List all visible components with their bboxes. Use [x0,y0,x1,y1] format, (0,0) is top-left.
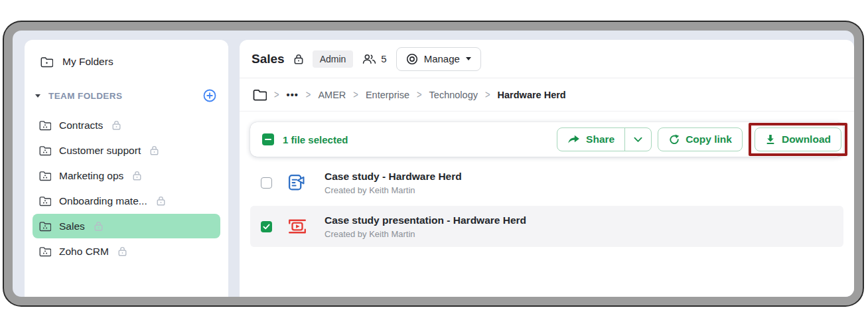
share-label: Share [586,133,615,145]
main-panel: Sales Admin 5 Manage [240,40,854,297]
copy-link-button[interactable]: Copy link [658,127,743,151]
file-row-case-study-presentation[interactable]: Case study presentation - Hardware Herd … [250,206,843,247]
folder-label: Marketing ops [59,170,123,182]
file-row-case-study[interactable]: Case study - Hardware Herd Created by Ke… [250,162,843,203]
breadcrumb-separator: > [485,88,490,101]
download-icon [765,134,776,145]
folder-header: Sales Admin 5 Manage [240,40,854,78]
share-button[interactable]: Share [557,128,624,151]
file-list: Case study - Hardware Herd Created by Ke… [240,157,854,250]
folder-label: Customer support [59,145,141,157]
lock-icon [150,145,159,155]
sidebar-item-marketing-ops[interactable]: Marketing ops [33,163,220,188]
file-checkbox[interactable] [261,221,272,232]
manage-button[interactable]: Manage [396,47,481,71]
share-icon [567,134,580,145]
my-folders-icon [40,56,53,68]
app-window: My Folders TEAM FOLDERS Contracts Custom… [4,22,863,305]
team-folder-icon [39,145,51,156]
team-folder-icon [39,120,51,131]
sidebar-item-customer-support[interactable]: Customer support [33,138,220,163]
team-folder-icon [39,246,51,257]
breadcrumb-separator: > [306,88,311,101]
lock-icon [157,196,165,206]
sidebar-item-contracts[interactable]: Contracts [33,113,220,137]
copy-link-label: Copy link [686,133,732,145]
folder-label: Contracts [59,120,103,131]
members-icon [362,54,376,64]
folder-label: Zoho CRM [59,246,109,258]
manage-target-icon [406,53,418,65]
share-split-button: Share [557,127,652,151]
collapse-arrow-icon[interactable] [35,94,40,98]
breadcrumb-item-amer[interactable]: AMER [318,90,346,100]
selection-status: 1 file selected [262,133,557,145]
folder-icon[interactable] [253,89,267,101]
show-presentation-icon [287,218,325,235]
sidebar: My Folders TEAM FOLDERS Contracts Custom… [25,40,228,297]
breadcrumb-item-technology[interactable]: Technology [429,90,478,100]
folder-label: Onboarding mate... [59,195,147,207]
manage-label: Manage [424,53,460,64]
breadcrumb-separator: > [417,88,422,101]
download-button[interactable]: Download [755,127,841,151]
my-folders-label: My Folders [62,56,113,68]
file-title: Case study presentation - Hardware Herd [325,214,526,226]
annotation-highlight-box: Download [749,123,847,156]
check-icon [263,224,270,230]
team-folders-label: TEAM FOLDERS [48,91,195,101]
lock-icon [94,221,103,231]
selection-toolbar-zone: 1 file selected Share [240,112,854,157]
team-folder-icon [39,221,51,232]
breadcrumb-ellipsis[interactable]: ••• [287,90,299,100]
breadcrumb-separator: > [274,88,279,101]
breadcrumb-item-enterprise[interactable]: Enterprise [366,90,409,100]
team-folders-header: TEAM FOLDERS [33,86,220,105]
sidebar-item-my-folders[interactable]: My Folders [33,50,220,73]
lock-icon [133,171,141,181]
share-options-button[interactable] [624,128,651,151]
file-title: Case study - Hardware Herd [325,171,462,183]
add-team-folder-button[interactable] [203,89,216,102]
sidebar-item-onboarding-materials[interactable]: Onboarding mate... [33,189,220,213]
sidebar-item-sales[interactable]: Sales [33,214,220,238]
members-count[interactable]: 5 [362,53,386,64]
members-count-value: 5 [381,53,386,64]
sidebar-item-zoho-crm[interactable]: Zoho CRM [33,239,220,264]
lock-icon [112,120,121,130]
lock-icon [118,246,127,256]
breadcrumb: > ••• > AMER > Enterprise > Technology >… [240,78,854,112]
folder-label: Sales [59,220,85,232]
select-all-checkbox[interactable] [262,133,274,145]
lock-icon [294,54,303,64]
selection-count-label: 1 file selected [283,134,348,145]
breadcrumb-current: Hardware Herd [498,90,566,100]
file-subtitle: Created by Keith Martin [325,185,462,195]
breadcrumb-separator: > [353,88,358,101]
file-subtitle: Created by Keith Martin [325,229,526,239]
file-checkbox[interactable] [261,177,272,189]
download-label: Download [782,133,831,145]
page-title: Sales [252,52,285,66]
chevron-down-icon [466,57,471,60]
chevron-down-icon [634,137,642,143]
team-folder-icon [39,196,51,206]
role-badge: Admin [313,50,354,68]
team-folder-icon [39,171,51,181]
selection-toolbar: 1 file selected Share [250,122,843,157]
writer-document-icon [287,173,325,192]
copy-link-icon [668,134,680,145]
